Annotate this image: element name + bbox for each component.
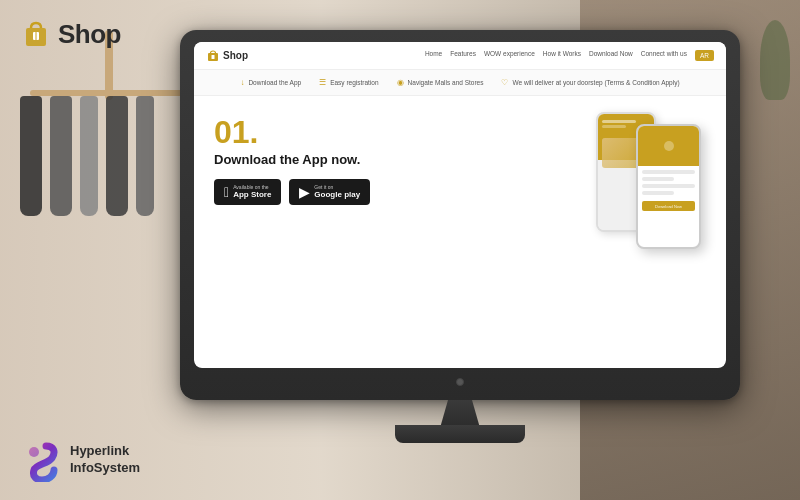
feature-download: ↓ Download the App	[240, 78, 301, 87]
feature-navigate: ◉ Navigate Malls and Stores	[397, 78, 484, 87]
nav-home[interactable]: Home	[425, 50, 442, 61]
app-store-text: Available on the App Store	[233, 185, 271, 200]
feature-registration: ☰ Easy registration	[319, 78, 378, 87]
monitor-screen: Shop Home Features WOW experience How it…	[194, 42, 726, 368]
his-name-line1: Hyperlink	[70, 443, 140, 460]
monitor-neck	[440, 400, 480, 428]
nav-links: Home Features WOW experience How it Work…	[425, 50, 714, 61]
main-content: 01. Download the App now.  Available on…	[194, 96, 726, 352]
store-buttons:  Available on the App Store ▶ Get	[214, 179, 536, 205]
hyperlink-infosystem-logo: Hyperlink InfoSystem	[18, 438, 140, 482]
download-title: Download the App now.	[214, 152, 536, 167]
play-icon: ▶	[299, 184, 310, 200]
monitor-base	[395, 425, 525, 443]
google-play-text: Get it on Google play	[314, 185, 360, 200]
nav-features[interactable]: Features	[450, 50, 476, 61]
phone-front-header	[638, 126, 699, 166]
nav-wow[interactable]: WOW experience	[484, 50, 535, 61]
nav-how[interactable]: How it Works	[543, 50, 581, 61]
nav-download[interactable]: Download Now	[589, 50, 633, 61]
shop-logo-icon	[20, 18, 52, 50]
app-store-main: App Store	[233, 190, 271, 200]
feature-deliver-label: We will deliver at your doorstep (Terms …	[512, 79, 679, 86]
svg-rect-4	[212, 55, 215, 59]
phone-line-2	[642, 177, 674, 181]
step-number: 01.	[214, 116, 536, 148]
navigate-icon: ◉	[397, 78, 404, 87]
feature-navigate-label: Navigate Malls and Stores	[408, 79, 484, 86]
site-logo: Shop	[206, 49, 248, 63]
download-icon: ↓	[240, 78, 244, 87]
his-logo-text: Hyperlink InfoSystem	[70, 443, 140, 477]
app-store-button[interactable]:  Available on the App Store	[214, 179, 281, 205]
phone-front-content: Download Now	[638, 166, 699, 215]
his-logo-icon	[18, 438, 62, 482]
apple-icon: 	[224, 184, 229, 200]
svg-point-5	[29, 447, 39, 457]
nav-ar-button[interactable]: AR	[695, 50, 714, 61]
monitor-bezel: Shop Home Features WOW experience How it…	[194, 42, 726, 368]
google-play-button[interactable]: ▶ Get it on Google play	[289, 179, 370, 205]
deliver-icon: ♡	[501, 78, 508, 87]
phone-front: Download Now	[636, 124, 701, 249]
phone-cta-button: Download Now	[642, 201, 695, 211]
brand-logo: Shop	[20, 18, 121, 50]
phone-line-4	[642, 191, 674, 195]
features-bar: ↓ Download the App ☰ Easy registration ◉…	[194, 70, 726, 96]
phone-cta-text: Download Now	[655, 204, 682, 209]
nav-connect[interactable]: Connect with us	[641, 50, 687, 61]
site-logo-text: Shop	[223, 50, 248, 61]
registration-icon: ☰	[319, 78, 326, 87]
feature-download-label: Download the App	[248, 79, 301, 86]
phone-mockups: Download Now	[546, 112, 706, 336]
monitor: Shop Home Features WOW experience How it…	[180, 30, 740, 450]
feature-registration-label: Easy registration	[330, 79, 378, 86]
monitor-body: Shop Home Features WOW experience How it…	[180, 30, 740, 400]
his-name-line2: InfoSystem	[70, 460, 140, 477]
monitor-camera	[456, 378, 464, 386]
feature-deliver: ♡ We will deliver at your doorstep (Term…	[501, 78, 679, 87]
phone-line-1	[642, 170, 695, 174]
website-navbar: Shop Home Features WOW experience How it…	[194, 42, 726, 70]
content-left: 01. Download the App now.  Available on…	[214, 112, 536, 336]
brand-name: Shop	[58, 19, 121, 50]
phone-line-3	[642, 184, 695, 188]
google-play-main: Google play	[314, 190, 360, 200]
